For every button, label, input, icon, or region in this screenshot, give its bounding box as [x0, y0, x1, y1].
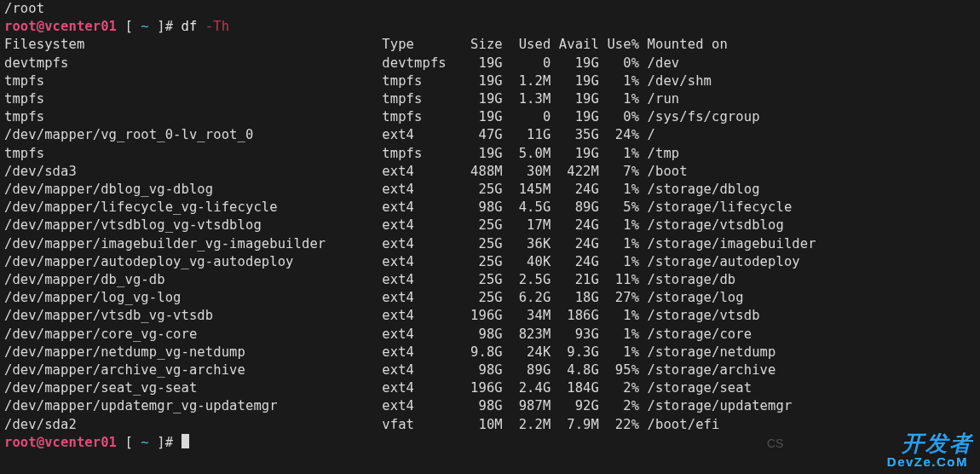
prompt-user: root@vcenter01 — [4, 19, 117, 34]
cursor[interactable] — [182, 434, 189, 448]
prompt-frame: [ — [117, 435, 141, 450]
terminal-line: /dev/mapper/vg_root_0-lv_root_0 ext4 47G… — [4, 126, 976, 144]
command: df — [182, 19, 205, 34]
terminal-line: /dev/sda2 vfat 10M 2.2M 7.9M 22% /boot/e… — [4, 416, 976, 434]
terminal-line: /dev/mapper/updatemgr_vg-updatemgr ext4 … — [4, 397, 976, 415]
prompt-frame: ]# — [149, 19, 182, 34]
prompt-frame: [ — [117, 19, 141, 34]
terminal-line: tmpfs tmpfs 19G 5.0M 19G 1% /tmp — [4, 145, 976, 163]
terminal-line: /dev/mapper/vtsdblog_vg-vtsdblog ext4 25… — [4, 217, 976, 234]
terminal-line: /dev/mapper/core_vg-core ext4 98G 823M 9… — [4, 326, 976, 344]
terminal-line: Filesystem Type Size Used Avail Use% Mou… — [4, 36, 976, 54]
terminal-line: /dev/mapper/db_vg-db ext4 25G 2.5G 21G 1… — [4, 271, 976, 289]
terminal-line: /dev/sda3 ext4 488M 30M 422M 7% /boot — [4, 163, 976, 181]
terminal-line: /dev/mapper/autodeploy_vg-autodeploy ext… — [4, 253, 976, 271]
prompt-user: root@vcenter01 — [4, 435, 117, 450]
prompt-frame: ]# — [149, 435, 182, 450]
terminal-line: tmpfs tmpfs 19G 0 19G 0% /sys/fs/cgroup — [4, 108, 976, 126]
terminal-line: tmpfs tmpfs 19G 1.3M 19G 1% /run — [4, 90, 976, 108]
terminal-line: /dev/mapper/netdump_vg-netdump ext4 9.8G… — [4, 344, 976, 361]
terminal-line: root@vcenter01 [ ~ ]# — [4, 434, 976, 452]
command-option: -Th — [205, 19, 229, 34]
terminal-line: tmpfs tmpfs 19G 1.2M 19G 1% /dev/shm — [4, 72, 976, 90]
output-text: /root — [4, 1, 44, 16]
terminal-line: /dev/mapper/archive_vg-archive ext4 98G … — [4, 361, 976, 379]
prompt-cwd: ~ — [141, 435, 148, 450]
terminal-line: /dev/mapper/seat_vg-seat ext4 196G 2.4G … — [4, 379, 976, 397]
terminal-line: /dev/mapper/vtsdb_vg-vtsdb ext4 196G 34M… — [4, 307, 976, 325]
terminal-line: devtmpfs devtmpfs 19G 0 19G 0% /dev — [4, 55, 976, 72]
terminal-line: /root — [4, 0, 976, 18]
terminal-line: /dev/mapper/log_vg-log ext4 25G 6.2G 18G… — [4, 289, 976, 307]
terminal-line: /dev/mapper/imagebuilder_vg-imagebuilder… — [4, 235, 976, 253]
terminal[interactable]: /rootroot@vcenter01 [ ~ ]# df -ThFilesys… — [0, 0, 980, 474]
terminal-line: root@vcenter01 [ ~ ]# df -Th — [4, 18, 976, 36]
terminal-line: /dev/mapper/lifecycle_vg-lifecycle ext4 … — [4, 199, 976, 217]
terminal-line: /dev/mapper/dblog_vg-dblog ext4 25G 145M… — [4, 181, 976, 199]
prompt-cwd: ~ — [141, 19, 148, 34]
